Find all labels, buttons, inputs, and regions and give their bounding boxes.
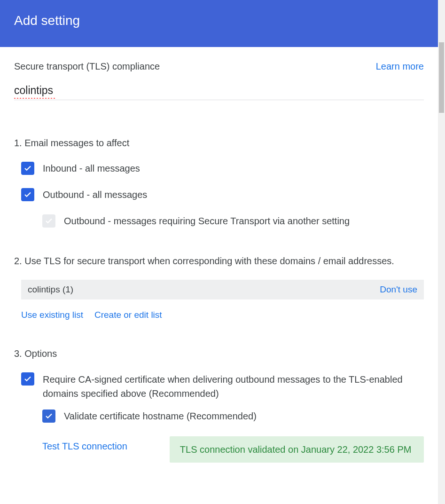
- dialog-header: Add setting: [0, 0, 445, 47]
- section-email-messages: 1. Email messages to affect Inbound - al…: [14, 138, 424, 228]
- require-ca-label: Require CA-signed certificate when deliv…: [43, 372, 424, 401]
- list-actions: Use existing list Create or edit list: [21, 310, 424, 320]
- inbound-checkbox[interactable]: [21, 162, 34, 175]
- address-list-row: colintips (1) Don't use: [21, 280, 424, 299]
- address-list-name: colintips (1): [28, 284, 73, 295]
- validate-hostname-row: Validate certificate hostname (Recommend…: [42, 409, 424, 423]
- validate-hostname-label: Validate certificate hostname (Recommend…: [64, 409, 257, 423]
- check-icon: [45, 412, 53, 420]
- section-tls-domains: 2. Use TLS for secure transport when cor…: [14, 256, 424, 320]
- dialog-content: Secure transport (TLS) compliance Learn …: [0, 47, 438, 477]
- outbound-label: Outbound - all messages: [43, 189, 147, 200]
- check-icon: [23, 190, 32, 199]
- check-icon: [23, 375, 32, 383]
- section2-heading: 2. Use TLS for secure transport when cor…: [14, 256, 424, 267]
- use-existing-list-link[interactable]: Use existing list: [21, 310, 83, 320]
- test-tls-link[interactable]: Test TLS connection: [42, 436, 127, 452]
- tls-status-box: TLS connection validated on January 22, …: [170, 436, 424, 463]
- require-ca-checkbox[interactable]: [21, 372, 34, 386]
- require-ca-row: Require CA-signed certificate when deliv…: [21, 372, 424, 401]
- check-icon: [45, 217, 53, 225]
- learn-more-link[interactable]: Learn more: [376, 61, 424, 72]
- validate-hostname-checkbox[interactable]: [42, 410, 55, 423]
- check-icon: [23, 164, 32, 173]
- inbound-label: Inbound - all messages: [43, 163, 140, 174]
- section3-heading: 3. Options: [14, 348, 424, 359]
- outbound-secure-label: Outbound - messages requiring Secure Tra…: [64, 216, 350, 227]
- inbound-checkbox-row: Inbound - all messages: [21, 162, 424, 175]
- subtitle-text: Secure transport (TLS) compliance: [14, 61, 160, 72]
- outbound-checkbox[interactable]: [21, 188, 34, 201]
- dont-use-link[interactable]: Don't use: [380, 284, 417, 295]
- dialog-title: Add setting: [14, 13, 80, 28]
- scrollbar-thumb[interactable]: [439, 42, 444, 113]
- outbound-checkbox-row: Outbound - all messages: [21, 188, 424, 201]
- section-options: 3. Options Require CA-signed certificate…: [14, 348, 424, 463]
- section1-heading: 1. Email messages to affect: [14, 138, 424, 149]
- create-edit-list-link[interactable]: Create or edit list: [94, 310, 162, 320]
- scrollbar-track[interactable]: [438, 0, 445, 504]
- name-input-wrap: [14, 84, 424, 100]
- test-tls-row: Test TLS connection TLS connection valid…: [42, 436, 424, 463]
- outbound-secure-checkbox: [42, 214, 55, 228]
- setting-name-input[interactable]: [14, 84, 424, 100]
- subtitle-row: Secure transport (TLS) compliance Learn …: [14, 61, 424, 72]
- outbound-secure-checkbox-row: Outbound - messages requiring Secure Tra…: [42, 214, 424, 228]
